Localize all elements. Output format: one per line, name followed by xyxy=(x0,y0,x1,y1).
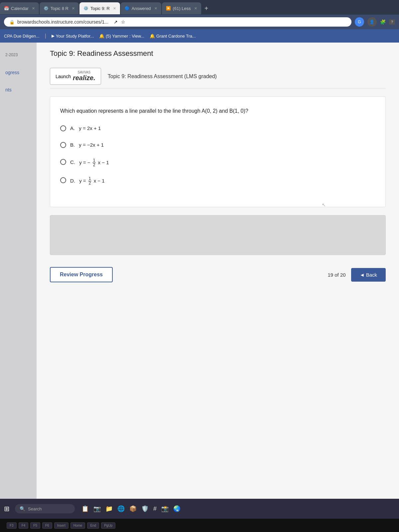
video-tab-icon: ▶️ xyxy=(166,6,171,11)
taskbar-icon-camera[interactable]: 📷 xyxy=(93,505,101,512)
launch-label-text: Launch xyxy=(56,74,71,79)
taskbar-icon-grid[interactable]: # xyxy=(153,505,157,512)
realize-text: realize. xyxy=(73,74,95,82)
tab-video[interactable]: ▶️ (61) Less ✕ xyxy=(162,2,201,14)
topic9-tab-icon: ⚙️ xyxy=(83,6,88,11)
nav-study[interactable]: ▶ Your Study Platfor... xyxy=(52,34,94,39)
extension-icon[interactable]: 🧩 xyxy=(380,19,386,25)
taskbar-icon-globe[interactable]: 🌏 xyxy=(173,505,181,512)
question-text: Which equation represents a line paralle… xyxy=(60,107,375,115)
tab-topic8-close[interactable]: ✕ xyxy=(72,6,75,11)
tab-calendar-close[interactable]: ✕ xyxy=(32,6,35,11)
fn-key-f4[interactable]: F4 xyxy=(19,522,29,529)
lock-icon: 🔒 xyxy=(9,20,15,25)
calendar-tab-icon: 📅 xyxy=(4,6,9,11)
taskbar-icon-files[interactable]: 📋 xyxy=(81,505,89,512)
taskbar-icon-browser[interactable]: 🌐 xyxy=(117,505,125,512)
page-content: 2-2023 ogress nts Topic 9: Readiness Ass… xyxy=(0,43,399,517)
back-button[interactable]: ◄ Back xyxy=(351,268,386,282)
fn-key-pgup[interactable]: PgUp xyxy=(101,522,115,529)
fn-key-end[interactable]: End xyxy=(87,522,99,529)
windows-start-icon[interactable]: ⊞ xyxy=(4,505,10,513)
radio-b[interactable] xyxy=(60,142,66,148)
taskbar-icon-box[interactable]: 📦 xyxy=(129,505,137,512)
bottom-navigation: Review Progress 19 of 20 ◄ Back xyxy=(50,262,386,288)
nav-arrow-icon: ▶ xyxy=(52,34,55,38)
radio-a[interactable] xyxy=(60,125,66,131)
fn-key-f6[interactable]: F6 xyxy=(42,522,52,529)
option-b[interactable]: B. y = −2x + 1 xyxy=(60,140,375,150)
address-bar-icons: ↗ ☆ xyxy=(114,19,125,25)
taskbar-search-label: Search xyxy=(28,506,42,511)
fn-key-home[interactable]: Home xyxy=(70,522,85,529)
taskbar: ⊞ 🔍 Search 📋 📷 📁 🌐 📦 🛡️ # 📸 🌏 F3 F4 F5 F… xyxy=(0,499,399,532)
grant-bell-icon: 🔔 xyxy=(150,34,155,39)
fraction-d: 1 2 xyxy=(88,177,92,186)
keyboard-row: F3 F4 F5 F6 Insert Home End PgUp xyxy=(0,519,399,532)
nav-cpa[interactable]: CPA Due Diligen... xyxy=(4,34,40,39)
sidebar-item-notes[interactable]: nts xyxy=(0,84,37,95)
tab-answered[interactable]: 🔵 Answered ✕ xyxy=(121,2,161,14)
tab-calendar[interactable]: 📅 Calendar ✕ xyxy=(0,2,39,14)
page-count: 19 of 20 xyxy=(328,272,345,278)
launch-button[interactable]: Launch SAVVAS realize. xyxy=(50,68,101,85)
question-area: Which equation represents a line paralle… xyxy=(50,96,386,207)
option-d[interactable]: D. y = 1 2 x − 1 xyxy=(60,175,375,187)
taskbar-search-icon: 🔍 xyxy=(20,506,25,511)
taskbar-icon-shield[interactable]: 🛡️ xyxy=(141,505,149,512)
address-bar-row: 🔒 browardschools.instructure.com/courses… xyxy=(0,15,399,29)
nav-yammer[interactable]: 🔔 (5) Yammer : View... xyxy=(99,34,144,39)
fraction-c: 1 2 xyxy=(92,158,96,167)
main-area: Topic 9: Readiness Assessment Launch SAV… xyxy=(37,43,399,517)
option-a-label: A. y = 2x + 1 xyxy=(70,125,101,132)
option-d-label: D. y = 1 2 x − 1 xyxy=(70,177,105,186)
tab-topic9[interactable]: ⚙️ Topic 9: R ✕ xyxy=(79,2,120,14)
option-a[interactable]: A. y = 2x + 1 xyxy=(60,123,375,134)
taskbar-icon-photo[interactable]: 📸 xyxy=(161,505,169,512)
fn-key-f5[interactable]: F5 xyxy=(30,522,40,529)
profile-icon[interactable]: 👤 xyxy=(367,17,377,27)
taskbar-search[interactable]: 🔍 Search xyxy=(15,504,75,513)
fn-key-f3[interactable]: F3 xyxy=(7,522,17,529)
sidebar: 2-2023 ogress nts xyxy=(0,43,37,517)
empty-area xyxy=(50,215,386,255)
option-c-label: C. y = − 1 2 x − 1 xyxy=(70,158,109,167)
radio-d[interactable] xyxy=(60,177,66,183)
topic8-tab-icon: ⚙️ xyxy=(44,6,49,11)
taskbar-main: ⊞ 🔍 Search 📋 📷 📁 🌐 📦 🛡️ # 📸 🌏 xyxy=(0,499,399,519)
nav-grant[interactable]: 🔔 Grant Cardone Tra... xyxy=(150,34,196,39)
help-badge: ? xyxy=(389,19,395,25)
share-icon[interactable]: ↗ xyxy=(114,19,118,25)
address-text: browardschools.instructure.com/courses/1… xyxy=(17,19,108,25)
lms-graded-title: Topic 9: Readiness Assessment (LMS grade… xyxy=(108,73,217,79)
option-b-label: B. y = −2x + 1 xyxy=(70,141,104,149)
year-label: 2-2023 xyxy=(0,49,37,61)
tab-calendar-label: Calendar xyxy=(11,6,29,11)
option-c[interactable]: C. y = − 1 2 x − 1 xyxy=(60,157,375,169)
taskbar-icons: 📋 📷 📁 🌐 📦 🛡️ # 📸 🌏 xyxy=(81,505,181,512)
fn-key-insert[interactable]: Insert xyxy=(54,522,68,529)
address-bar[interactable]: 🔒 browardschools.instructure.com/courses… xyxy=(4,17,351,27)
review-progress-button[interactable]: Review Progress xyxy=(50,267,113,282)
tab-topic9-close[interactable]: ✕ xyxy=(113,6,116,11)
tab-topic8-label: Topic 8 R xyxy=(51,6,68,11)
tab-bar: 📅 Calendar ✕ ⚙️ Topic 8 R ✕ ⚙️ Topic 9: … xyxy=(0,0,399,15)
tab-video-label: (61) Less xyxy=(173,6,191,11)
new-tab-button[interactable]: + xyxy=(202,3,211,14)
tab-answered-close[interactable]: ✕ xyxy=(154,6,157,11)
savvas-realize-logo: SAVVAS realize. xyxy=(73,71,95,82)
page-title: Topic 9: Readiness Assessment xyxy=(50,49,386,58)
browser-chrome: 📅 Calendar ✕ ⚙️ Topic 8 R ✕ ⚙️ Topic 9: … xyxy=(0,0,399,43)
tab-video-close[interactable]: ✕ xyxy=(194,6,197,11)
nav-bar: CPA Due Diligen... | ▶ Your Study Platfo… xyxy=(0,29,399,43)
browser-toolbar-icons: G 👤 🧩 ? xyxy=(355,17,395,27)
savvas-text: SAVVAS xyxy=(73,71,95,74)
pagination-area: 19 of 20 ◄ Back xyxy=(328,268,386,282)
sidebar-item-progress[interactable]: ogress xyxy=(0,67,37,78)
tab-topic8[interactable]: ⚙️ Topic 8 R ✕ xyxy=(40,2,79,14)
radio-c[interactable] xyxy=(60,159,66,165)
taskbar-icon-folder[interactable]: 📁 xyxy=(105,505,113,512)
google-icon: G xyxy=(355,17,364,27)
tab-answered-label: Answered xyxy=(132,6,151,11)
bookmark-icon[interactable]: ☆ xyxy=(121,19,125,25)
